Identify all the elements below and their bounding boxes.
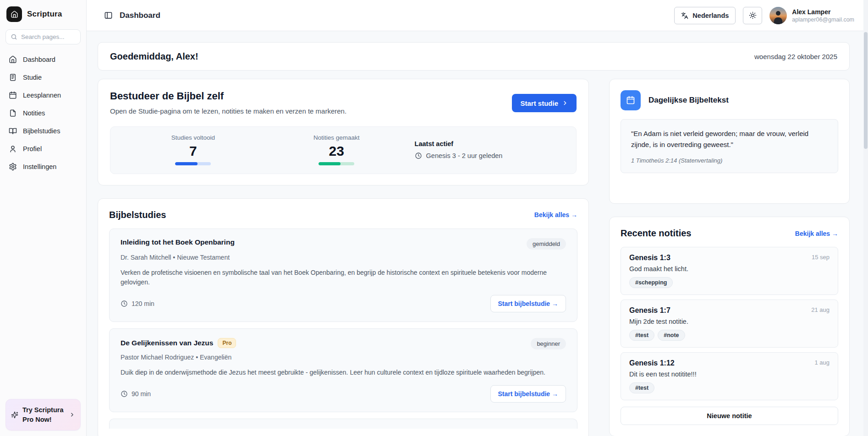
pro-badge: Pro bbox=[218, 338, 236, 348]
sidebar-item-profiel[interactable]: Profiel bbox=[5, 141, 81, 157]
study-level-badge: beginner bbox=[531, 338, 566, 349]
brand[interactable]: Scriptura bbox=[5, 6, 81, 29]
start-study-button[interactable]: Start studie bbox=[512, 94, 577, 112]
gear-icon bbox=[9, 163, 17, 171]
study-hero-card: Bestudeer de Bijbel zelf Open de Studie-… bbox=[98, 79, 589, 185]
search-input[interactable] bbox=[21, 33, 76, 40]
language-label: Nederlands bbox=[692, 12, 729, 19]
note-title: Genesis 1:3 bbox=[629, 254, 670, 262]
last-active-label: Laatst actief bbox=[415, 140, 454, 147]
start-study-label: Start studie bbox=[520, 99, 558, 107]
file-icon bbox=[9, 109, 17, 117]
note-card[interactable]: Genesis 1:12 1 aug Dit is een test notit… bbox=[621, 352, 838, 400]
verse-reference: 1 Timotheüs 2:14 (Statenvertaling) bbox=[631, 157, 828, 164]
study-level-badge: gemiddeld bbox=[527, 238, 566, 250]
note-tag: #test bbox=[629, 330, 654, 341]
stats-box: Studies voltooid 7 Notities gemaakt 23 L… bbox=[110, 126, 577, 174]
user-icon bbox=[9, 145, 17, 153]
sidebar-item-dashboard[interactable]: Dashboard bbox=[5, 52, 81, 67]
studies-view-all-link[interactable]: Bekijk alles → bbox=[534, 211, 577, 218]
calendar-icon bbox=[9, 91, 17, 99]
verse-text: "En Adam is niet verleid geworden; maar … bbox=[631, 128, 828, 150]
sparkles-icon bbox=[11, 411, 18, 419]
study-card: Inleiding tot het Boek Openbaring gemidd… bbox=[109, 229, 577, 322]
study-title: De Gelijkenissen van Jezus bbox=[121, 339, 213, 347]
user-email: aplamper06@gmail.com bbox=[792, 16, 854, 23]
new-note-button[interactable]: Nieuwe notitie bbox=[621, 407, 838, 425]
last-active-value: Genesis 3 - 2 uur geleden bbox=[426, 152, 503, 159]
stat-progress-bar bbox=[175, 162, 211, 165]
sidebar-item-notities[interactable]: Notities bbox=[5, 105, 81, 121]
sidebar-item-studie[interactable]: Studie bbox=[5, 70, 81, 85]
chevron-right-icon bbox=[69, 412, 75, 418]
scrollbar[interactable] bbox=[863, 0, 868, 436]
clock-icon bbox=[415, 152, 422, 159]
sun-icon bbox=[749, 11, 757, 19]
bible-studies-section: Bijbelstudies Bekijk alles → Inleiding t… bbox=[98, 198, 589, 436]
sidebar-item-instellingen[interactable]: Instellingen bbox=[5, 159, 81, 174]
stat-value: 7 bbox=[189, 143, 197, 158]
greeting-title: Goedemiddag, Alex! bbox=[110, 51, 198, 62]
document-icon bbox=[9, 73, 17, 82]
study-author: Dr. Sarah Mitchell • Nieuwe Testament bbox=[121, 254, 566, 261]
study-card: De Gelijkenissen van Jezus Pro beginner … bbox=[109, 328, 577, 412]
content-area: Goedemiddag, Alex! woensdag 22 oktober 2… bbox=[87, 31, 868, 436]
avatar bbox=[769, 7, 787, 24]
note-card[interactable]: Genesis 1:7 21 aug Mijn 2de test notitie… bbox=[621, 300, 838, 348]
note-tag: #test bbox=[629, 382, 654, 393]
study-card-partial bbox=[109, 419, 577, 429]
stat-value: 23 bbox=[329, 143, 344, 158]
study-title: Inleiding tot het Boek Openbaring bbox=[121, 238, 235, 246]
study-description: Verken de profetische visioenen en symbo… bbox=[121, 268, 566, 288]
recent-notes-section: Recente notities Bekijk alles → Genesis … bbox=[609, 217, 850, 436]
study-duration: 120 min bbox=[121, 300, 154, 307]
notes-section-title: Recente notities bbox=[621, 228, 691, 239]
app-window: Scriptura Dashboard Studie Leesplannen N… bbox=[0, 0, 868, 436]
chevron-right-icon bbox=[562, 100, 568, 106]
stat-progress-bar bbox=[319, 162, 354, 165]
verse-quote-box: "En Adam is niet verleid geworden; maar … bbox=[621, 119, 838, 173]
sidebar-item-leesplannen[interactable]: Leesplannen bbox=[5, 87, 81, 103]
study-author: Pastor Michael Rodriguez • Evangeliën bbox=[121, 354, 566, 361]
search-icon bbox=[11, 33, 17, 40]
sidebar-toggle-icon[interactable] bbox=[104, 11, 113, 20]
greeting-banner: Goedemiddag, Alex! woensdag 22 oktober 2… bbox=[98, 42, 850, 71]
note-tag: #schepping bbox=[629, 277, 673, 288]
hero-subtitle: Open de Studie-pagina om te lezen, notit… bbox=[110, 106, 346, 116]
pro-cta-label: Try Scriptura Pro Now! bbox=[22, 405, 65, 424]
user-name: Alex Lamper bbox=[792, 8, 854, 16]
study-duration: 90 min bbox=[121, 390, 151, 398]
note-text: God maakt het licht. bbox=[629, 265, 830, 272]
note-tags: #schepping bbox=[629, 277, 830, 288]
note-card[interactable]: Genesis 1:3 15 sep God maakt het licht. … bbox=[621, 247, 838, 295]
language-button[interactable]: Nederlands bbox=[674, 7, 736, 24]
clock-icon bbox=[121, 300, 128, 307]
sidebar-item-bijbelstudies[interactable]: Bijbelstudies bbox=[5, 123, 81, 139]
current-date: woensdag 22 oktober 2025 bbox=[754, 53, 837, 60]
scrollbar-thumb[interactable] bbox=[864, 32, 868, 149]
clock-icon bbox=[121, 390, 128, 398]
brand-name: Scriptura bbox=[27, 10, 62, 19]
notes-view-all-link[interactable]: Bekijk alles → bbox=[795, 230, 838, 237]
note-date: 1 aug bbox=[814, 359, 830, 366]
hero-title: Bestudeer de Bijbel zelf bbox=[110, 90, 346, 102]
note-date: 21 aug bbox=[811, 306, 830, 313]
note-tags: #test bbox=[629, 382, 830, 393]
note-text: Dit is een test notitite!!! bbox=[629, 371, 830, 378]
note-title: Genesis 1:12 bbox=[629, 359, 675, 367]
note-date: 15 sep bbox=[812, 254, 830, 261]
user-menu[interactable]: Alex Lamper aplamper06@gmail.com bbox=[769, 7, 854, 24]
topbar: Dashboard Nederlands Alex Lamper aplampe… bbox=[87, 0, 868, 31]
pro-upgrade-button[interactable]: Try Scriptura Pro Now! bbox=[5, 399, 81, 431]
note-tag: #note bbox=[658, 330, 685, 341]
theme-toggle-button[interactable] bbox=[743, 7, 762, 24]
note-text: Mijn 2de test notitie. bbox=[629, 318, 830, 325]
search-box[interactable] bbox=[5, 29, 81, 44]
page-title: Dashboard bbox=[120, 11, 160, 20]
daily-verse-title: Dagelijkse Bijbeltekst bbox=[648, 96, 729, 105]
stat-label: Studies voltooid bbox=[171, 134, 215, 141]
start-bible-study-button[interactable]: Start bijbelstudie → bbox=[490, 385, 566, 403]
start-bible-study-button[interactable]: Start bijbelstudie → bbox=[490, 295, 566, 312]
stat-block: Notities gemaakt 23 bbox=[265, 134, 408, 165]
book-icon bbox=[9, 127, 17, 135]
